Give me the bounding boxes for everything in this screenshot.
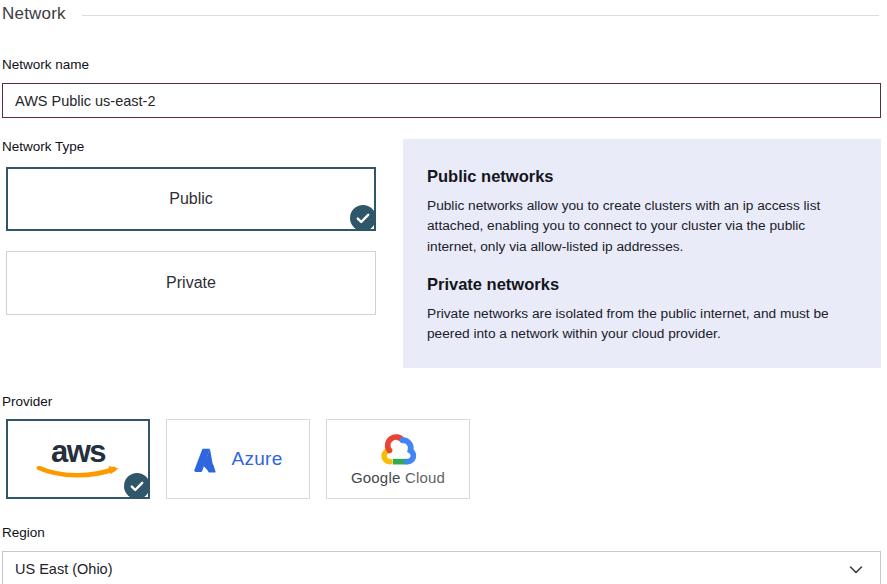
provider-label: Provider [2, 394, 881, 409]
info-body: Public networks allow you to create clus… [427, 196, 857, 257]
info-heading: Public networks [427, 167, 857, 186]
section-title: Network [2, 4, 66, 24]
google-cloud-wordmark: Google Cloud [351, 469, 445, 486]
google-cloud-icon [378, 433, 418, 466]
aws-smile-arrow-icon [36, 466, 120, 479]
info-section-public: Public networks Public networks allow yo… [427, 167, 857, 257]
azure-icon [193, 446, 222, 473]
region-selected-value: US East (Ohio) [15, 561, 113, 577]
network-type-option-public[interactable]: Public [6, 167, 376, 231]
check-icon [356, 213, 370, 224]
chevron-down-icon [849, 566, 863, 574]
info-column: Public networks Public networks allow yo… [403, 139, 881, 368]
info-body: Private networks are isolated from the p… [427, 304, 857, 345]
region-label: Region [2, 525, 881, 540]
azure-logo: Azure [193, 446, 282, 473]
selected-check-badge [124, 473, 150, 499]
azure-wordmark: Azure [231, 448, 282, 470]
selected-check-badge [350, 205, 376, 231]
check-icon [130, 481, 144, 492]
network-type-section: Network Type Public Private Public netwo… [2, 139, 881, 368]
network-type-column: Network Type Public Private [2, 139, 376, 368]
section-divider [82, 15, 879, 16]
network-type-option-label: Public [169, 190, 213, 208]
info-heading: Private networks [427, 275, 857, 294]
provider-options: aws Azure [6, 419, 881, 499]
network-type-info-box: Public networks Public networks allow yo… [403, 139, 881, 368]
network-name-input[interactable] [2, 83, 881, 118]
network-name-label: Network name [2, 57, 881, 72]
aws-logo: aws [36, 436, 120, 479]
info-section-private: Private networks Private networks are is… [427, 275, 857, 345]
provider-option-aws[interactable]: aws [6, 419, 150, 499]
network-form: Network Network name Network Type Public… [0, 0, 887, 584]
google-cloud-logo: Google Cloud [351, 433, 445, 486]
network-type-option-label: Private [166, 274, 216, 292]
section-header: Network [2, 4, 881, 24]
network-type-option-private[interactable]: Private [6, 251, 376, 315]
aws-wordmark: aws [51, 436, 105, 467]
provider-option-azure[interactable]: Azure [166, 419, 310, 499]
provider-option-google-cloud[interactable]: Google Cloud [326, 419, 470, 499]
region-select[interactable]: US East (Ohio) [2, 551, 881, 584]
network-type-label: Network Type [2, 139, 376, 154]
